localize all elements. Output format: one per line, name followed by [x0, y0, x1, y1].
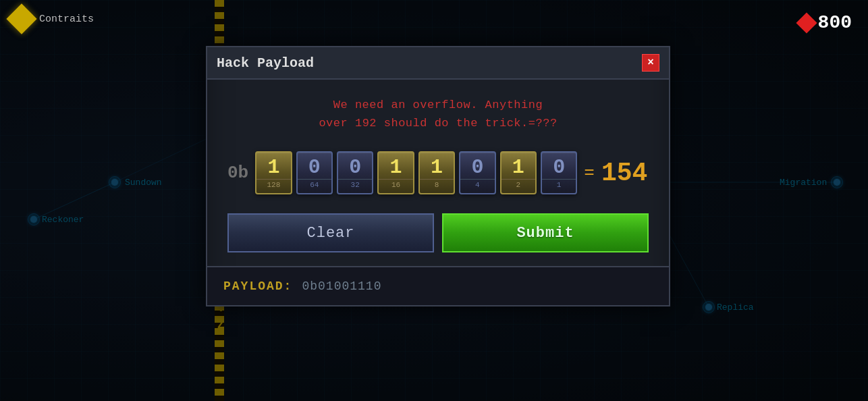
bit-digit-1: 1	[512, 157, 524, 178]
modal-title: Hack Payload	[217, 55, 314, 71]
bit-button-7[interactable]: 1 128	[255, 151, 292, 194]
bit-digit-2: 0	[471, 157, 483, 178]
bit-value-6: 64	[298, 179, 331, 189]
payload-footer: PAYLOAD: 0b01001110	[207, 266, 669, 305]
top-left-logo: Contraits	[11, 8, 94, 30]
binary-input-row: 0b 1 128 0 64 0 32 1 16 1 8	[227, 151, 649, 194]
score-display: 800	[799, 12, 852, 33]
bit-value-0: 1	[542, 179, 576, 189]
bit-value-5: 32	[338, 179, 372, 189]
payload-label: PAYLOAD:	[223, 279, 292, 293]
score-value: 800	[818, 12, 852, 33]
instruction-line2: over 192 should do the trick.=???	[319, 117, 557, 130]
modal-body: We need an overflow. Anything over 192 s…	[207, 80, 669, 266]
bit-digit-5: 0	[349, 157, 361, 178]
bit-digit-6: 0	[308, 157, 321, 178]
submit-button[interactable]: Submit	[442, 213, 649, 252]
equals-sign: =	[584, 163, 595, 183]
bit-button-0[interactable]: 0 1	[541, 151, 577, 194]
buttons-row: Clear Submit	[227, 213, 649, 252]
binary-prefix: 0b	[227, 163, 248, 183]
result-value: 154	[601, 159, 649, 188]
bit-digit-0: 0	[553, 157, 565, 178]
bit-button-1[interactable]: 1 2	[500, 151, 537, 194]
payload-value: 0b01001110	[302, 279, 381, 293]
bit-button-2[interactable]: 0 4	[459, 151, 495, 194]
instruction-line1: We need an overflow. Anything	[333, 99, 543, 111]
bit-value-3: 8	[420, 179, 454, 189]
bit-value-4: 16	[379, 179, 412, 189]
score-icon	[796, 12, 817, 33]
bit-button-4[interactable]: 1 16	[377, 151, 414, 194]
bit-button-3[interactable]: 1 8	[418, 151, 455, 194]
logo-diamond	[6, 3, 36, 34]
bit-digit-4: 1	[390, 157, 402, 178]
bit-digit-7: 1	[267, 157, 279, 178]
bit-button-6[interactable]: 0 64	[296, 151, 333, 194]
bit-value-2: 4	[460, 179, 494, 189]
bit-value-1: 2	[501, 179, 535, 189]
hack-payload-modal: Hack Payload × We need an overflow. Anyt…	[206, 46, 670, 306]
bit-button-5[interactable]: 0 32	[337, 151, 373, 194]
close-button[interactable]: ×	[642, 54, 659, 72]
bit-digit-3: 1	[431, 157, 443, 178]
clear-button[interactable]: Clear	[227, 213, 434, 252]
bit-value-7: 128	[256, 179, 290, 189]
logo-text: Contraits	[39, 14, 94, 25]
modal-titlebar: Hack Payload ×	[207, 47, 669, 80]
instruction-text: We need an overflow. Anything over 192 s…	[227, 96, 649, 132]
